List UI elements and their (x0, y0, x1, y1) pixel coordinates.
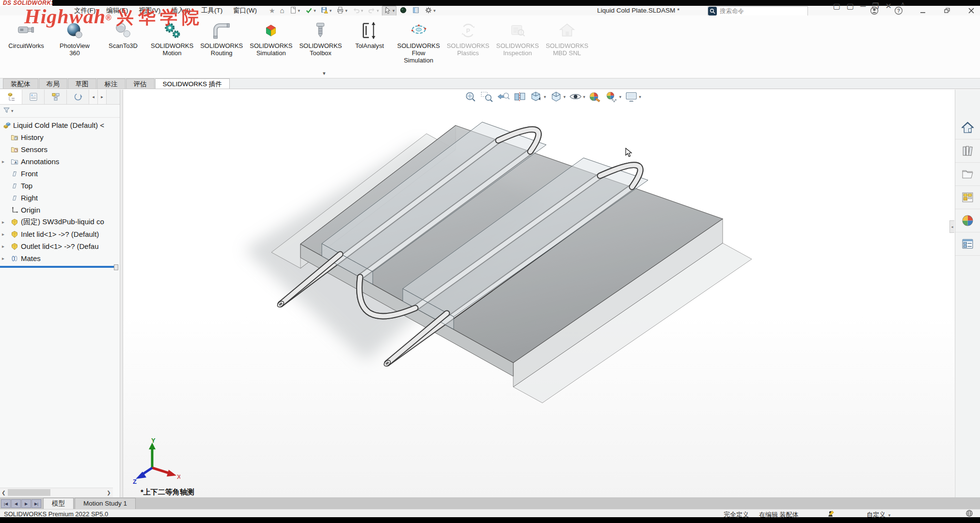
tree-item-plane-4[interactable]: Top (0, 180, 120, 192)
first-tab-icon[interactable]: |◀ (1, 499, 11, 508)
taskpane-collapse-handle[interactable]: ◂ (949, 220, 954, 233)
dropdown-caret-icon[interactable]: ▾ (345, 8, 348, 13)
collapse-panel-chevron-icon[interactable]: ˄ (901, 1, 904, 7)
hide-show-items-button[interactable]: ▾ (568, 90, 587, 103)
close-button[interactable] (966, 6, 976, 15)
dropdown-caret-icon[interactable]: ▾ (377, 8, 379, 13)
menu-0[interactable]: 文件(F) (69, 6, 101, 15)
menu-2[interactable]: 视图(V) (133, 6, 166, 15)
panel-tab-scroll-left-icon[interactable]: ◂ (89, 90, 98, 104)
dropdown-caret-icon[interactable]: ▾ (314, 8, 316, 13)
last-tab-icon[interactable]: ▶| (32, 499, 41, 508)
taskpane-view-palette-button[interactable] (955, 186, 980, 209)
addin-scanto3d-toggle[interactable]: ScanTo3D (99, 19, 147, 50)
rollback-bar[interactable] (0, 266, 117, 268)
menu-3[interactable]: 插入(I) (166, 6, 196, 15)
dropdown-caret-icon[interactable]: ▾ (564, 94, 566, 99)
tree-item-plane-3[interactable]: Front (0, 168, 120, 180)
dropdown-caret-icon[interactable]: ▾ (393, 8, 395, 13)
dropdown-caret-icon[interactable]: ▾ (433, 8, 436, 13)
motion-study-button[interactable] (397, 6, 409, 16)
dropdown-caret-icon[interactable]: ▾ (361, 8, 364, 13)
window-cascade-icon[interactable]: ▢ (847, 1, 854, 11)
tab-configurationmanager[interactable] (45, 90, 67, 104)
rebuild-button[interactable]: ▾ (303, 6, 318, 16)
home-button[interactable]: ⌂ (278, 6, 286, 16)
select-button[interactable]: ▾ (382, 6, 397, 16)
addin-toolbox-toggle[interactable]: SOLIDWORKSToolbox (296, 19, 345, 58)
taskpane-file-explorer-button[interactable] (955, 163, 980, 186)
zoom-to-fit-button[interactable] (462, 90, 478, 103)
child-restore-icon[interactable]: ❐ (872, 1, 879, 11)
tree-item-sensors-1[interactable]: Sensors (0, 143, 120, 155)
addin-routing-toggle[interactable]: SOLIDWORKSRouting (197, 19, 246, 58)
addin-tolanalyst-toggle[interactable]: TolAnalyst (346, 19, 394, 50)
favorites-button[interactable]: ★ (267, 6, 277, 16)
tree-item-annotations-2[interactable]: ▸AAnnotations (0, 155, 120, 168)
restore-button[interactable] (942, 6, 952, 15)
print-button[interactable]: ▾ (334, 6, 349, 16)
tab-propertymanager[interactable] (22, 90, 45, 104)
commandtab-4[interactable]: 评估 (126, 78, 155, 89)
doc-tab-1[interactable]: Motion Study 1 (75, 498, 136, 509)
expand-arrow-icon[interactable]: ▸ (2, 244, 4, 249)
addin-simulation-toggle[interactable]: SOLIDWORKSSimulation (246, 19, 296, 58)
expand-arrow-icon[interactable]: ▸ (2, 159, 4, 164)
undo-button[interactable]: ▾ (350, 6, 365, 16)
tab-featuremanager-tree[interactable] (0, 90, 22, 104)
tree-item-history-0[interactable]: History (0, 131, 120, 143)
commandtab-1[interactable]: 布局 (39, 78, 67, 89)
expand-arrow-icon[interactable]: ▸ (2, 256, 4, 261)
tab-displaymanager[interactable] (67, 90, 89, 104)
search-placeholder[interactable]: 搜索命令 (717, 7, 807, 15)
addin-photoview-toggle[interactable]: PhotoView360 (50, 19, 99, 58)
addin-flow-toggle[interactable]: SOLIDWORKSFlowSimulation (394, 19, 443, 65)
new-document-button[interactable]: ▾ (287, 6, 302, 16)
tree-item-part-8[interactable]: ▸Inlet lid<1> ->? (Default) (0, 228, 120, 240)
addin-inspection-toggle[interactable]: SOLIDWORKSInspection (493, 19, 542, 58)
dropdown-caret-icon[interactable]: ▾ (619, 94, 622, 99)
dropdown-caret-icon[interactable]: ▾ (583, 94, 585, 99)
filter-caret-icon[interactable]: ▾ (11, 108, 14, 113)
tree-item-origin-6[interactable]: Origin (0, 204, 120, 216)
section-view-button[interactable] (512, 90, 528, 103)
addin-plastics-toggle[interactable]: PSOLIDWORKSPlastics (443, 19, 493, 58)
child-close-icon[interactable]: ✕ (885, 1, 892, 11)
addin-mbd-toggle[interactable]: SOLIDWORKSMBD SNL (542, 19, 592, 58)
menu-4[interactable]: 工具(T) (196, 6, 228, 15)
redo-button[interactable]: ▾ (366, 6, 381, 16)
doc-tab-0[interactable]: 模型 (43, 498, 74, 509)
next-tab-icon[interactable]: ▶ (21, 499, 31, 508)
save-button[interactable]: ▾ (319, 6, 334, 16)
commandtab-2[interactable]: 草图 (68, 78, 96, 89)
scrollbar-thumb[interactable] (8, 489, 50, 496)
expand-arrow-icon[interactable]: ▸ (2, 231, 4, 237)
panel-horizontal-scrollbar[interactable]: ❮ ❯ (0, 488, 113, 497)
edit-appearance-button[interactable] (587, 90, 603, 103)
tree-item-mates-10[interactable]: ▸Mates (0, 252, 120, 264)
command-search[interactable]: 搜索命令 (708, 6, 808, 16)
scroll-right-icon[interactable]: ❯ (105, 488, 112, 497)
addin-circuitworks-toggle[interactable]: CircuitWorks (2, 19, 50, 50)
display-pane-button[interactable] (410, 6, 422, 16)
taskpane-custom-properties-button[interactable] (955, 232, 980, 256)
graphics-viewport[interactable]: ▾▾▾▾▾ Y X Z *上下二等角轴测 ◂ (123, 90, 954, 497)
previous-tab-icon[interactable]: ◀ (11, 499, 21, 508)
dropdown-caret-icon[interactable]: ▾ (544, 94, 546, 99)
taskpane-appearances-scenes-button[interactable] (955, 209, 980, 232)
view-settings-button[interactable]: ▾ (623, 90, 643, 103)
window-tile-icon[interactable]: ▢ (833, 1, 840, 11)
tree-root-item[interactable]: Liquid Cold Plate (Default) < (0, 119, 120, 131)
zoom-to-area-button[interactable] (479, 90, 495, 103)
dropdown-caret-icon[interactable]: ▾ (330, 8, 332, 13)
panel-tab-scroll-right-icon[interactable]: ▸ (98, 90, 107, 104)
tree-item-plane-5[interactable]: Right (0, 192, 120, 204)
commandtab-3[interactable]: 标注 (97, 78, 126, 89)
previous-view-button[interactable] (495, 90, 511, 103)
display-style-button[interactable]: ▾ (548, 90, 568, 103)
commandtab-0[interactable]: 装配体 (3, 78, 38, 89)
tree-item-part-7[interactable]: ▸(固定) SW3dPub-liquid co (0, 216, 120, 228)
menu-1[interactable]: 编辑(E) (101, 6, 133, 15)
search-type-icon[interactable] (708, 7, 717, 15)
help-icon[interactable]: ? (894, 6, 903, 15)
